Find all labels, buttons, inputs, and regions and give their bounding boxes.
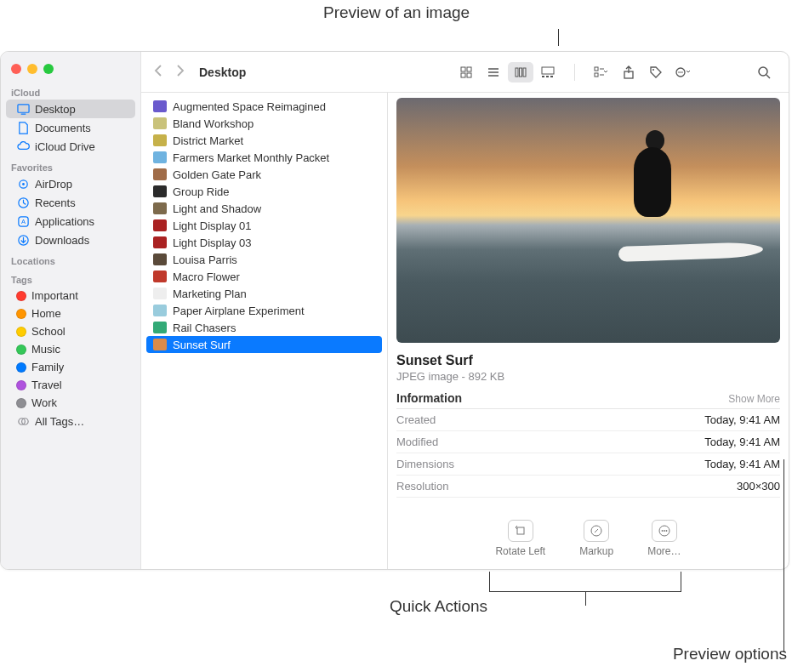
info-row: ModifiedToday, 9:41 AM (396, 431, 780, 453)
desktop-icon (16, 102, 30, 116)
file-label: Paper Airplane Experiment (173, 305, 305, 317)
sidebar-tag-work[interactable]: Work (6, 394, 135, 412)
sidebar-item-airdrop[interactable]: AirDrop (6, 174, 135, 193)
file-item[interactable]: Light and Shadow (146, 200, 382, 217)
search-button[interactable] (751, 62, 777, 83)
quick-action-label: Markup (579, 545, 613, 557)
list-view-button[interactable] (481, 62, 506, 83)
callout-line (783, 459, 784, 652)
file-item[interactable]: Bland Workshop (146, 115, 382, 132)
quick-action-rotate-left[interactable]: Rotate Left (495, 520, 545, 557)
file-item[interactable]: Farmers Market Monthly Packet (146, 149, 382, 166)
file-thumb-icon (153, 151, 167, 163)
svg-point-41 (665, 530, 667, 532)
tags-button[interactable] (643, 62, 669, 83)
gallery-view-button[interactable] (535, 62, 561, 83)
info-row: Resolution300×300 (396, 476, 780, 498)
file-item[interactable]: Paper Airplane Experiment (146, 302, 382, 319)
preview-title: Sunset Surf (396, 353, 780, 368)
svg-rect-36 (517, 527, 524, 534)
icon-view-button[interactable] (453, 62, 479, 83)
file-item[interactable]: Louisa Parris (146, 251, 382, 268)
column-view-button[interactable] (508, 62, 533, 83)
info-row: DimensionsToday, 9:41 AM (396, 453, 780, 476)
toolbar: Desktop (141, 52, 789, 93)
file-item[interactable]: Group Ride (146, 183, 382, 200)
preview-image (396, 98, 780, 343)
file-label: Farmers Market Monthly Packet (173, 151, 329, 164)
sidebar-item-icloud-drive[interactable]: iCloud Drive (6, 137, 135, 156)
file-item[interactable]: Light Display 01 (146, 217, 382, 234)
quick-action-markup[interactable]: Markup (579, 520, 613, 557)
close-window-button[interactable] (11, 64, 21, 74)
file-thumb-icon (153, 100, 167, 112)
file-thumb-icon (153, 339, 167, 350)
zoom-window-button[interactable] (43, 64, 54, 74)
sidebar-item-downloads[interactable]: Downloads (6, 231, 135, 249)
file-thumb-icon (153, 185, 167, 197)
file-item[interactable]: District Market (146, 132, 382, 149)
svg-rect-18 (520, 68, 522, 77)
forward-button[interactable] (175, 65, 185, 79)
applications-icon: A (16, 214, 30, 228)
share-button[interactable] (616, 62, 641, 83)
quick-actions: Rotate Left Markup More… (396, 520, 780, 557)
file-item[interactable]: Light Display 03 (146, 234, 382, 251)
file-label: Light and Shadow (173, 202, 261, 215)
sidebar-tag-alltags[interactable]: All Tags… (6, 412, 135, 430)
file-thumb-icon (153, 202, 167, 214)
sidebar-item-recents[interactable]: Recents (6, 193, 135, 212)
info-value: Today, 9:41 AM (704, 458, 780, 470)
file-item-selected[interactable]: Sunset Surf (146, 336, 382, 353)
finder-window: iCloud Desktop Documents iCloud Drive Fa… (0, 51, 789, 570)
show-more-button[interactable]: Show More (728, 393, 780, 405)
svg-rect-19 (523, 68, 526, 77)
sidebar-item-documents[interactable]: Documents (6, 118, 135, 137)
back-button[interactable] (153, 65, 163, 79)
file-item[interactable]: Golden Gate Park (146, 166, 382, 183)
file-item[interactable]: Augmented Space Reimagined (146, 98, 382, 115)
svg-rect-22 (546, 76, 549, 77)
content-row: Augmented Space Reimagined Bland Worksho… (141, 93, 789, 569)
file-label: District Market (173, 134, 243, 147)
sidebar-tag-family[interactable]: Family (6, 358, 135, 376)
svg-point-32 (680, 71, 681, 73)
sidebar-item-label: Desktop (35, 103, 76, 116)
file-item[interactable]: Macro Flower (146, 268, 382, 285)
file-thumb-icon (153, 168, 167, 180)
sidebar-tag-home[interactable]: Home (6, 305, 135, 322)
sidebar-item-label: Important (31, 289, 78, 302)
file-item[interactable]: Marketing Plan (146, 285, 382, 302)
file-thumb-icon (153, 305, 167, 316)
sidebar-tag-music[interactable]: Music (6, 340, 135, 358)
sidebar-tag-travel[interactable]: Travel (6, 376, 135, 394)
sidebar-item-desktop[interactable]: Desktop (6, 100, 135, 118)
tag-dot-icon (16, 309, 26, 319)
action-menu-button[interactable] (670, 62, 696, 83)
file-item[interactable]: Rail Chasers (146, 319, 382, 336)
info-row: CreatedToday, 9:41 AM (396, 409, 780, 431)
cloud-icon (16, 140, 30, 153)
quick-action-label: Rotate Left (495, 545, 545, 557)
svg-rect-17 (516, 68, 518, 77)
file-label: Louisa Parris (173, 253, 237, 266)
group-by-button[interactable] (589, 62, 614, 83)
file-label: Sunset Surf (173, 339, 231, 351)
callout-line (558, 29, 559, 46)
sidebar-section-tags: Tags (1, 268, 140, 287)
svg-rect-10 (461, 67, 465, 71)
file-label: Light Display 01 (173, 219, 252, 232)
window-controls (1, 59, 140, 81)
sidebar-item-label: Home (31, 307, 61, 320)
svg-rect-20 (542, 67, 554, 74)
minimize-window-button[interactable] (27, 64, 37, 74)
sidebar-tag-important[interactable]: Important (6, 287, 135, 305)
sidebar-item-applications[interactable]: A Applications (6, 212, 135, 231)
sidebar-tag-school[interactable]: School (6, 322, 135, 340)
svg-point-31 (678, 71, 680, 73)
svg-point-39 (661, 530, 663, 532)
sidebar-item-label: School (31, 325, 66, 338)
file-label: Light Display 03 (173, 236, 252, 249)
quick-action-more[interactable]: More… (647, 520, 681, 557)
file-label: Rail Chasers (173, 322, 236, 334)
